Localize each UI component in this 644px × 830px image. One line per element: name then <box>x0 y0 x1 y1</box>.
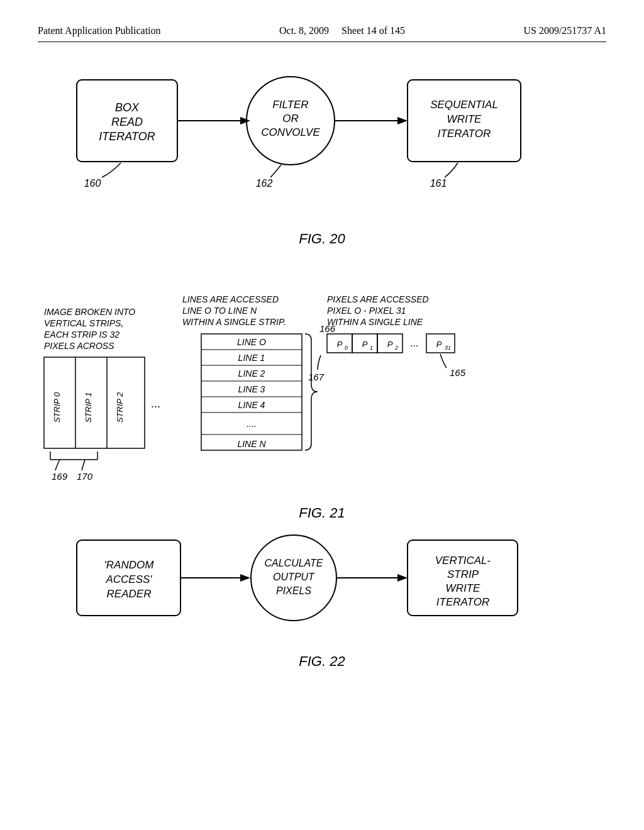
svg-text:0: 0 <box>345 345 348 351</box>
svg-text:160: 160 <box>84 178 101 189</box>
svg-text:PIXELS: PIXELS <box>276 585 311 596</box>
svg-text:P: P <box>387 340 393 349</box>
svg-text:P: P <box>436 340 442 349</box>
svg-text:P: P <box>362 340 368 349</box>
svg-text:STRIP: STRIP <box>447 568 479 580</box>
svg-text:P: P <box>337 340 343 349</box>
svg-text:PIXEL O - PIXEL 31: PIXEL O - PIXEL 31 <box>327 306 406 316</box>
svg-text:VERTICAL-: VERTICAL- <box>435 555 491 567</box>
fig22-diagram: 'RANDOM ACCESS' READER CALCULATE OUTPUT … <box>38 534 606 647</box>
svg-text:PIXELS ARE ACCESSED: PIXELS ARE ACCESSED <box>327 294 429 304</box>
fig20-section: BOX READ ITERATOR 160 FILTER OR CONVOLVE… <box>38 61 606 247</box>
fig22-label: FIG. 22 <box>38 653 606 670</box>
svg-text:161: 161 <box>430 178 447 189</box>
svg-text:OR: OR <box>282 113 299 124</box>
header-date-sheet: Oct. 8, 2009 Sheet 14 of 145 <box>279 25 405 36</box>
svg-text:STRIP 2: STRIP 2 <box>115 392 125 423</box>
svg-text:ITERATOR: ITERATOR <box>99 130 155 143</box>
svg-text:WRITE: WRITE <box>446 582 480 594</box>
page-header: Patent Application Publication Oct. 8, 2… <box>38 25 606 42</box>
svg-text:READER: READER <box>107 588 152 600</box>
svg-text:STRIP 0: STRIP 0 <box>52 392 62 423</box>
svg-marker-6 <box>240 117 250 124</box>
svg-text:IMAGE BROKEN INTO: IMAGE BROKEN INTO <box>44 307 135 317</box>
svg-text:ACCESS': ACCESS' <box>105 573 152 585</box>
svg-text:LINES ARE ACCESSED: LINES ARE ACCESSED <box>182 294 279 304</box>
fig20-diagram: BOX READ ITERATOR 160 FILTER OR CONVOLVE… <box>38 61 606 224</box>
svg-text:READ: READ <box>111 116 143 128</box>
svg-text:LINE 3: LINE 3 <box>238 384 265 394</box>
svg-text:...: ... <box>151 397 160 410</box>
fig21-label: FIG. 21 <box>38 505 606 521</box>
svg-text:CALCULATE: CALCULATE <box>264 558 323 568</box>
svg-text:1: 1 <box>370 345 373 351</box>
svg-text:LINE 2: LINE 2 <box>238 368 265 379</box>
svg-marker-82 <box>397 574 408 582</box>
fig21-diagram: IMAGE BROKEN INTO VERTICAL STRIPS, EACH … <box>38 260 606 499</box>
svg-text:WITHIN A SINGLE STRIP.: WITHIN A SINGLE STRIP. <box>182 317 286 327</box>
svg-text:LINE 1: LINE 1 <box>238 353 265 363</box>
svg-text:ITERATOR: ITERATOR <box>436 596 489 608</box>
svg-text:LINE 4: LINE 4 <box>238 400 265 410</box>
svg-text:PIXELS ACROSS: PIXELS ACROSS <box>44 341 114 351</box>
page: Patent Application Publication Oct. 8, 2… <box>0 0 644 830</box>
svg-text:STRIP 1: STRIP 1 <box>84 392 93 423</box>
fig22-section: 'RANDOM ACCESS' READER CALCULATE OUTPUT … <box>38 534 606 670</box>
svg-text:LINE O TO LINE N: LINE O TO LINE N <box>182 306 257 316</box>
svg-text:ITERATOR: ITERATOR <box>438 128 491 140</box>
fig21-section: IMAGE BROKEN INTO VERTICAL STRIPS, EACH … <box>38 260 606 521</box>
svg-text:31: 31 <box>445 345 451 351</box>
svg-text:WRITE: WRITE <box>447 113 482 125</box>
header-patent-number: US 2009/251737 A1 <box>523 25 606 36</box>
svg-text:169: 169 <box>52 471 68 482</box>
svg-marker-13 <box>397 117 408 124</box>
svg-text:2: 2 <box>394 345 398 351</box>
svg-text:165: 165 <box>450 367 466 378</box>
svg-text:LINE O: LINE O <box>237 337 266 347</box>
svg-text:CONVOLVE: CONVOLVE <box>261 126 320 138</box>
svg-text:....: .... <box>247 419 257 429</box>
svg-text:LINE N: LINE N <box>237 439 266 449</box>
svg-text:EACH STRIP IS 32: EACH STRIP IS 32 <box>44 329 119 340</box>
svg-text:OUTPUT: OUTPUT <box>273 572 315 582</box>
svg-text:BOX: BOX <box>115 101 140 114</box>
svg-text:162: 162 <box>256 178 273 189</box>
svg-text:...: ... <box>410 338 418 348</box>
svg-text:SEQUENTIAL: SEQUENTIAL <box>430 99 498 111</box>
svg-text:WITHIN A SINGLE LINE: WITHIN A SINGLE LINE <box>327 317 423 327</box>
svg-text:'RANDOM: 'RANDOM <box>104 559 155 571</box>
svg-text:FILTER: FILTER <box>272 99 308 111</box>
svg-text:170: 170 <box>77 471 93 482</box>
svg-marker-76 <box>240 574 250 582</box>
fig20-label: FIG. 20 <box>38 231 606 247</box>
svg-text:VERTICAL STRIPS,: VERTICAL STRIPS, <box>44 318 123 328</box>
svg-text:167: 167 <box>308 372 325 382</box>
header-publication: Patent Application Publication <box>38 25 161 36</box>
